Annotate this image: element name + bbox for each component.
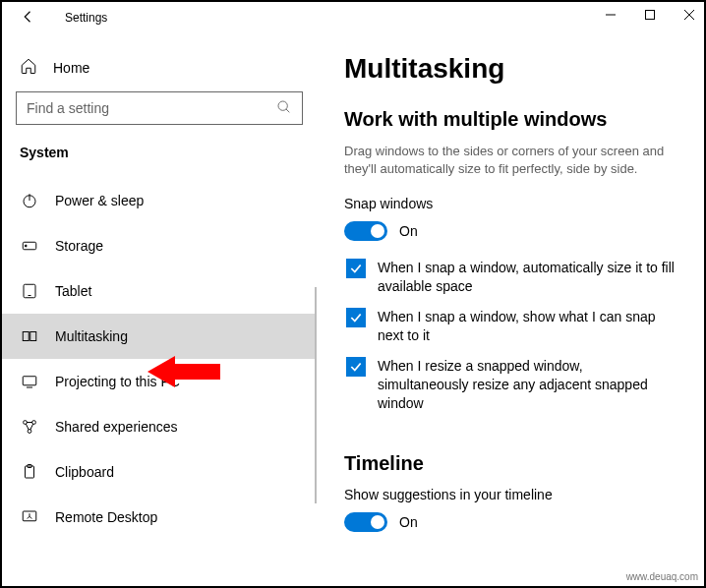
snap-option-label: When I resize a snapped window, simultan…	[378, 357, 677, 413]
page-title: Multitasking	[344, 53, 677, 85]
svg-point-15	[24, 421, 28, 425]
sidebar-home[interactable]: Home	[2, 57, 317, 91]
maximize-button[interactable]	[641, 8, 659, 24]
sidebar-item-multitasking[interactable]: Multitasking	[2, 314, 317, 359]
sidebar-item-tablet[interactable]: Tablet	[2, 268, 317, 314]
snap-windows-toggle[interactable]	[344, 221, 387, 241]
sidebar-scrollbar[interactable]	[315, 287, 317, 503]
sidebar-item-label: Projecting to this PC	[55, 374, 180, 389]
minimize-button[interactable]	[602, 8, 619, 24]
checkbox-checked-icon	[346, 308, 366, 327]
power-icon	[20, 192, 39, 209]
projecting-icon	[20, 373, 39, 390]
sidebar-item-power-sleep[interactable]: Power & sleep	[2, 178, 317, 223]
sidebar-item-label: Multitasking	[55, 328, 128, 344]
sidebar-home-label: Home	[53, 60, 89, 76]
svg-rect-1	[646, 11, 655, 20]
sidebar-item-projecting[interactable]: Projecting to this PC	[2, 359, 317, 404]
section-description: Drag windows to the sides or corners of …	[344, 143, 677, 178]
watermark: www.deuaq.com	[626, 571, 698, 582]
sidebar-item-label: Storage	[55, 238, 103, 254]
snap-option-3[interactable]: When I resize a snapped window, simultan…	[344, 357, 677, 413]
storage-icon	[20, 237, 39, 255]
sidebar-item-clipboard[interactable]: Clipboard	[2, 449, 317, 495]
checkbox-checked-icon	[346, 259, 366, 278]
window-title: Settings	[65, 11, 107, 25]
sidebar-item-label: Clipboard	[55, 464, 114, 480]
home-icon	[20, 57, 37, 78]
tablet-icon	[20, 282, 39, 300]
svg-line-5	[286, 109, 289, 112]
svg-rect-12	[23, 332, 29, 341]
snap-windows-state: On	[399, 223, 418, 239]
search-placeholder: Find a setting	[27, 100, 109, 116]
svg-point-4	[278, 101, 287, 110]
shared-icon	[20, 418, 39, 436]
svg-point-9	[25, 245, 27, 247]
back-button[interactable]	[20, 8, 45, 29]
clipboard-icon	[20, 463, 39, 481]
snap-windows-label: Snap windows	[344, 196, 677, 211]
section-title: Timeline	[344, 452, 677, 475]
svg-rect-14	[23, 377, 36, 385]
snap-option-1[interactable]: When I snap a window, automatically size…	[344, 259, 677, 296]
sidebar-item-label: Shared experiences	[55, 419, 178, 435]
svg-point-17	[28, 430, 31, 434]
snap-option-label: When I snap a window, automatically size…	[378, 259, 677, 296]
sidebar-item-label: Power & sleep	[55, 193, 144, 208]
sidebar-item-remote-desktop[interactable]: Remote Desktop	[2, 495, 317, 540]
remote-desktop-icon	[20, 508, 39, 526]
snap-option-2[interactable]: When I snap a window, show what I can sn…	[344, 308, 677, 345]
snap-option-label: When I snap a window, show what I can sn…	[378, 308, 677, 345]
section-title: Work with multiple windows	[344, 108, 677, 131]
svg-rect-13	[30, 332, 36, 341]
timeline-toggle[interactable]	[344, 512, 387, 532]
sidebar-item-label: Tablet	[55, 283, 91, 299]
sidebar-item-shared-experiences[interactable]: Shared experiences	[2, 404, 317, 449]
search-icon	[276, 99, 292, 118]
checkbox-checked-icon	[346, 357, 366, 377]
close-button[interactable]	[680, 8, 698, 24]
sidebar-category: System	[2, 145, 317, 178]
sidebar-item-storage[interactable]: Storage	[2, 223, 317, 268]
svg-point-16	[32, 421, 36, 425]
multitasking-icon	[20, 327, 39, 345]
search-input[interactable]: Find a setting	[16, 91, 303, 125]
sidebar-item-label: Remote Desktop	[55, 509, 157, 525]
timeline-state: On	[399, 514, 418, 530]
timeline-label: Show suggestions in your timeline	[344, 487, 677, 502]
